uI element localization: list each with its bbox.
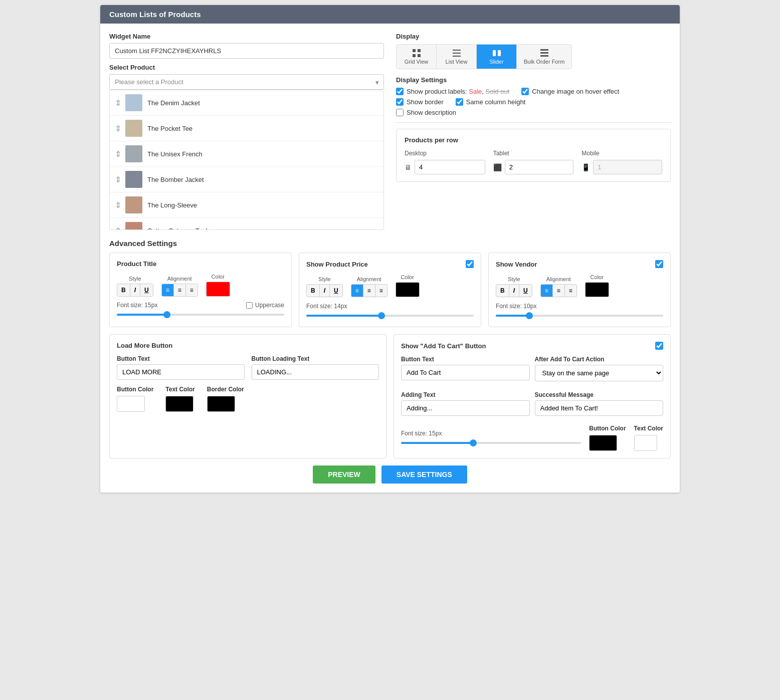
product-price-color-swatch[interactable] — [396, 282, 420, 297]
atc-slider-dot[interactable] — [470, 439, 477, 446]
vendor-slider[interactable] — [496, 312, 663, 320]
atc-adding-text-input[interactable] — [401, 400, 530, 416]
product-title-slider[interactable] — [117, 311, 284, 319]
atc-button-text-input[interactable] — [401, 365, 530, 380]
button-loading-label: Button Loading Text — [252, 355, 379, 362]
list-item[interactable]: ⇕ The Pocket Tee — [110, 116, 383, 141]
display-btn-slider[interactable]: Slider — [477, 45, 517, 69]
vendor-slider-fill — [496, 315, 529, 317]
list-item[interactable]: ⇕ The Bomber Jacket — [110, 167, 383, 192]
product-title-slider-dot[interactable] — [163, 311, 170, 318]
underline-button[interactable]: U — [140, 284, 153, 296]
atc-after-action-select[interactable]: Stay on the same page Go to cart Open ca… — [535, 365, 664, 381]
load-more-button-text-input[interactable] — [117, 364, 245, 380]
vendor-italic-button[interactable]: I — [509, 285, 519, 297]
price-align-right[interactable]: ≡ — [375, 285, 387, 297]
vendor-color-swatch[interactable] — [585, 282, 609, 297]
price-align-left[interactable]: ≡ — [351, 285, 363, 297]
same-column-label: Same column height — [466, 98, 526, 106]
product-price-card: Show Product Price Style B I U Alignment — [299, 253, 481, 327]
svg-rect-7 — [493, 50, 496, 56]
button-text-group: Button Text — [117, 355, 245, 380]
display-btn-grid[interactable]: Grid View — [397, 45, 437, 69]
show-labels-checkbox[interactable] — [396, 88, 404, 95]
atc-slider[interactable] — [401, 439, 581, 447]
list-icon — [452, 49, 461, 58]
vendor-bold-button[interactable]: B — [496, 285, 509, 297]
vendor-slider-dot[interactable] — [526, 312, 533, 319]
drag-handle-icon[interactable]: ⇕ — [115, 200, 121, 210]
mobile-input-wrap: 📱 — [581, 160, 662, 174]
price-align-center[interactable]: ≡ — [363, 285, 375, 297]
list-item[interactable]: ⇕ Cotton Cutaway Tank — [110, 218, 383, 230]
desktop-label: Desktop — [405, 150, 485, 157]
product-title-controls: Style B I U Alignment ≡ ≡ ≡ — [117, 274, 284, 297]
bold-button[interactable]: B — [117, 284, 130, 296]
atc-btn-color-swatch[interactable] — [589, 435, 617, 451]
widget-name-input[interactable] — [109, 43, 384, 59]
load-more-loading-text-input[interactable] — [252, 364, 379, 380]
show-add-to-cart-checkbox[interactable] — [655, 342, 663, 350]
show-price-checkbox[interactable] — [466, 260, 474, 268]
uppercase-checkbox[interactable] — [246, 302, 253, 309]
list-item[interactable]: ⇕ The Denim Jacket — [110, 90, 383, 116]
desktop-input[interactable] — [415, 160, 485, 174]
change-image-checkbox[interactable] — [521, 88, 529, 95]
vendor-align-center[interactable]: ≡ — [553, 285, 565, 297]
vendor-align-right[interactable]: ≡ — [565, 285, 576, 297]
product-price-slider-dot[interactable] — [378, 312, 385, 319]
show-border-check: Show border — [396, 98, 444, 106]
ppr-tablet: Tablet ⬛ — [493, 150, 574, 174]
svg-rect-4 — [453, 50, 461, 51]
align-left-button[interactable]: ≡ — [162, 284, 174, 296]
show-vendor-checkbox[interactable] — [655, 260, 663, 268]
price-bold-button[interactable]: B — [307, 285, 320, 297]
display-btn-bulk[interactable]: Bulk Order Form — [517, 45, 571, 69]
load-more-border-color-swatch[interactable] — [207, 396, 235, 412]
drag-handle-icon[interactable]: ⇕ — [115, 124, 121, 133]
product-title-card-title: Product Title — [117, 260, 284, 268]
border-color-label: Border Color — [207, 386, 244, 393]
product-price-slider[interactable] — [306, 312, 474, 320]
tablet-label: Tablet — [493, 150, 574, 157]
display-btn-list[interactable]: List View — [437, 45, 477, 69]
list-item[interactable]: ⇕ The Long-Sleeve — [110, 192, 383, 218]
vendor-slider-bg — [496, 315, 663, 317]
drag-handle-icon[interactable]: ⇕ — [115, 98, 121, 108]
top-section: Widget Name Select Product Please select… — [109, 33, 671, 230]
save-settings-button[interactable]: SAVE SETTINGS — [381, 465, 467, 484]
show-description-checkbox[interactable] — [396, 109, 404, 116]
load-more-text-color-swatch[interactable] — [165, 396, 193, 412]
atc-success-msg-label: Successful Message — [535, 391, 664, 398]
drag-handle-icon[interactable]: ⇕ — [115, 149, 121, 159]
show-border-checkbox[interactable] — [396, 98, 404, 106]
align-center-button[interactable]: ≡ — [174, 284, 186, 296]
ppr-title: Products per row — [405, 136, 662, 144]
product-price-style-group: Style B I U — [306, 276, 343, 297]
vendor-align-left[interactable]: ≡ — [541, 285, 553, 297]
mobile-input[interactable] — [593, 160, 662, 174]
atc-text-color-swatch[interactable] — [634, 435, 657, 451]
italic-button[interactable]: I — [130, 284, 140, 296]
svg-rect-3 — [418, 54, 421, 57]
price-italic-button[interactable]: I — [320, 285, 330, 297]
vendor-underline-button[interactable]: U — [519, 285, 532, 297]
atc-success-msg-input[interactable] — [535, 400, 664, 416]
svg-rect-1 — [418, 49, 421, 52]
list-item[interactable]: ⇕ The Unisex French — [110, 141, 383, 167]
price-underline-button[interactable]: U — [330, 285, 342, 297]
drag-handle-icon[interactable]: ⇕ — [115, 226, 121, 230]
product-title-color-swatch[interactable] — [206, 282, 230, 297]
product-price-label: Show Product Price — [306, 261, 368, 268]
load-more-btn-color-swatch[interactable] — [117, 396, 145, 412]
product-select[interactable]: Please select a Product — [109, 74, 384, 90]
align-right-button[interactable]: ≡ — [186, 284, 198, 296]
product-price-align-group: Alignment ≡ ≡ ≡ — [351, 276, 387, 297]
drag-handle-icon[interactable]: ⇕ — [115, 175, 121, 184]
preview-button[interactable]: PREVIEW — [313, 465, 375, 484]
advanced-grid: Product Title Style B I U Alignment — [109, 253, 671, 327]
tablet-input[interactable] — [505, 160, 574, 174]
display-label: Display — [396, 33, 671, 40]
same-column-checkbox[interactable] — [456, 98, 463, 106]
atc-bottom-row: Font size: 15px Button Color — [401, 425, 663, 451]
